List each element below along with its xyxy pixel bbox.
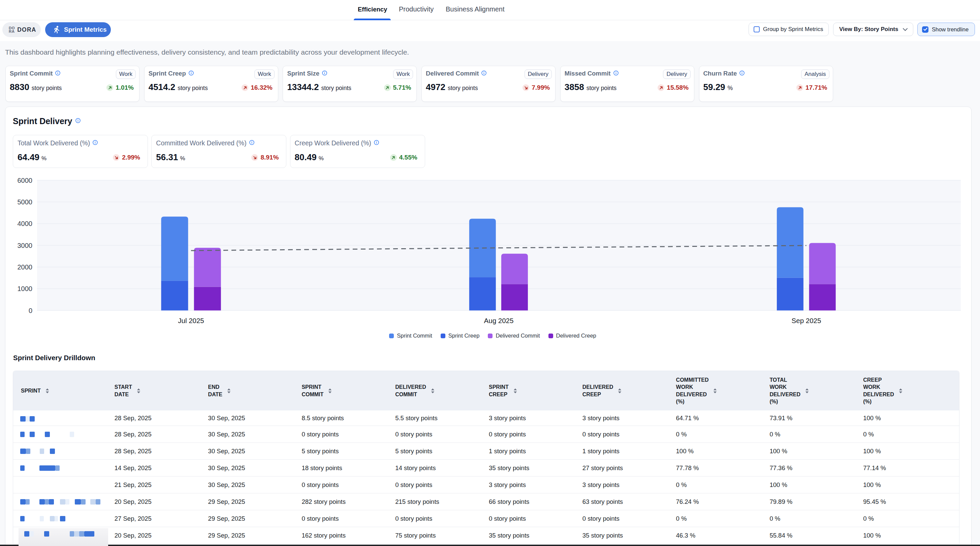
svg-text:Sep 2025: Sep 2025 [792,317,821,324]
svg-text:1000: 1000 [18,285,33,292]
svg-text:6000: 6000 [18,177,33,184]
svg-text:3000: 3000 [18,242,33,249]
svg-text:4000: 4000 [18,220,33,227]
svg-text:0: 0 [29,307,32,315]
svg-text:2000: 2000 [18,263,33,271]
svg-text:Jul 2025: Jul 2025 [178,317,204,324]
svg-text:5000: 5000 [18,198,33,206]
svg-text:Aug 2025: Aug 2025 [484,317,514,324]
